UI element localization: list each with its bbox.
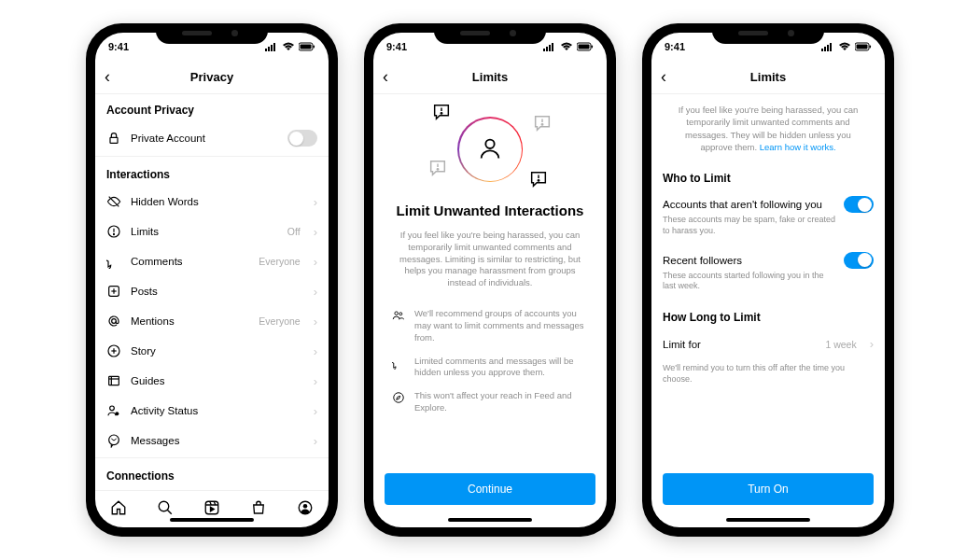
feature-text: Limited comments and messages will be hi… <box>414 356 588 380</box>
chevron-right-icon: › <box>314 195 317 209</box>
phone-limits-settings: 9:41 ‹ Limits If you feel like you're be… <box>642 23 894 537</box>
svg-point-11 <box>113 233 114 234</box>
row-mentions[interactable]: Mentions Everyone › <box>95 306 329 336</box>
learn-link[interactable]: Learn how it works. <box>760 142 836 152</box>
svg-point-41 <box>441 113 441 114</box>
feature-reach: This won't affect your reach in Feed and… <box>388 385 592 420</box>
svg-rect-36 <box>552 43 553 51</box>
tab-home[interactable] <box>110 499 127 520</box>
limit-for-label: Limit for <box>663 339 816 350</box>
page-title: Limits <box>750 70 786 84</box>
home-indicator[interactable] <box>726 518 810 522</box>
section-who-to-limit: Who to Limit <box>651 162 885 190</box>
svg-rect-52 <box>821 49 823 51</box>
row-posts[interactable]: Posts › <box>95 276 329 306</box>
svg-point-45 <box>437 169 438 170</box>
alert-bubble-icon-faded <box>532 113 553 133</box>
svg-point-25 <box>159 501 169 511</box>
continue-button[interactable]: Continue <box>385 473 595 505</box>
back-button[interactable]: ‹ <box>661 67 666 87</box>
battery-icon <box>855 42 872 51</box>
people-icon <box>392 309 405 322</box>
svg-point-50 <box>399 313 402 315</box>
chevron-right-icon: › <box>314 315 317 329</box>
row-messages[interactable]: Messages › <box>95 426 329 455</box>
feature-text: This won't affect your reach in Feed and… <box>414 390 588 414</box>
home-indicator[interactable] <box>170 518 254 522</box>
notch <box>156 23 268 44</box>
explore-icon <box>392 391 405 404</box>
row-private-account[interactable]: Private Account <box>95 122 329 154</box>
home-indicator[interactable] <box>448 518 532 522</box>
svg-point-15 <box>112 319 117 324</box>
tab-profile[interactable] <box>297 499 314 520</box>
illustration <box>373 94 607 197</box>
section-interactions: Interactions <box>95 159 329 187</box>
turn-on-button[interactable]: Turn On <box>663 473 874 505</box>
wifi-icon <box>282 42 295 51</box>
tab-search[interactable] <box>157 499 174 520</box>
svg-rect-6 <box>314 46 315 49</box>
comments-label: Comments <box>131 256 249 267</box>
svg-rect-0 <box>265 49 267 51</box>
story-label: Story <box>131 345 301 357</box>
svg-rect-33 <box>543 49 545 51</box>
row-hidden-words[interactable]: Hidden Words › <box>95 187 329 217</box>
option-desc: These accounts started following you in … <box>663 271 874 292</box>
limit-for-value: 1 week <box>825 339 856 350</box>
notch <box>434 23 546 44</box>
toggle-recent-followers[interactable] <box>844 252 874 269</box>
chevron-right-icon: › <box>314 434 317 448</box>
feature-hidden: Limited comments and messages will be hi… <box>388 350 592 385</box>
posts-label: Posts <box>131 286 301 297</box>
chevron-right-icon: › <box>314 225 317 239</box>
toggle-not-following[interactable] <box>844 196 874 213</box>
wifi-icon <box>838 42 851 51</box>
page-title: Privacy <box>190 70 233 84</box>
status-time: 9:41 <box>665 41 685 52</box>
chevron-right-icon: › <box>314 285 317 299</box>
headline: Limit Unwanted Interactions <box>373 197 607 224</box>
tab-shop[interactable] <box>250 499 267 520</box>
hidden-words-label: Hidden Words <box>131 196 301 207</box>
lock-icon <box>106 131 121 146</box>
option-desc: These accounts may be spam, fake or crea… <box>663 215 874 236</box>
row-activity-status[interactable]: Activity Status › <box>95 396 329 426</box>
comments-icon <box>106 254 121 269</box>
back-button[interactable]: ‹ <box>105 67 110 87</box>
alert-bubble-icon-faded <box>427 158 448 178</box>
svg-rect-58 <box>870 46 872 49</box>
guides-icon <box>106 373 121 388</box>
section-connections: Connections <box>95 460 329 488</box>
svg-rect-39 <box>592 46 594 49</box>
row-comments[interactable]: Comments Everyone › <box>95 246 329 276</box>
messages-icon <box>106 433 121 448</box>
row-limits[interactable]: Limits Off › <box>95 217 329 246</box>
profile-ring-icon <box>457 117 523 182</box>
limits-value: Off <box>287 226 301 237</box>
svg-rect-5 <box>301 45 312 49</box>
phone-limits-intro: 9:41 ‹ Limits Limit Unwanted Interaction… <box>364 23 616 537</box>
back-button[interactable]: ‹ <box>383 67 388 87</box>
header: ‹ Limits <box>651 61 885 94</box>
tab-reels[interactable] <box>203 499 220 520</box>
story-icon <box>106 343 121 358</box>
svg-point-51 <box>394 393 404 403</box>
section-how-long: How Long to Limit <box>651 301 885 329</box>
svg-rect-54 <box>827 45 829 51</box>
row-guides[interactable]: Guides › <box>95 366 329 396</box>
hidden-words-icon <box>106 194 121 209</box>
section-account-privacy: Account Privacy <box>95 94 329 122</box>
svg-rect-57 <box>857 45 868 49</box>
description: If you feel like you're being harassed, … <box>373 224 607 295</box>
private-account-toggle[interactable] <box>287 130 317 147</box>
battery-icon <box>299 42 315 51</box>
header: ‹ Limits <box>373 61 607 94</box>
page-title: Limits <box>472 70 508 84</box>
row-limit-for[interactable]: Limit for 1 week › <box>651 329 885 359</box>
signal-icon <box>265 42 278 51</box>
row-story[interactable]: Story › <box>95 336 329 366</box>
notch <box>712 23 824 44</box>
limit-hint: We'll remind you to turn this off after … <box>651 359 885 388</box>
phone-privacy: 9:41 ‹ Privacy Account Privacy Private A… <box>86 23 338 537</box>
